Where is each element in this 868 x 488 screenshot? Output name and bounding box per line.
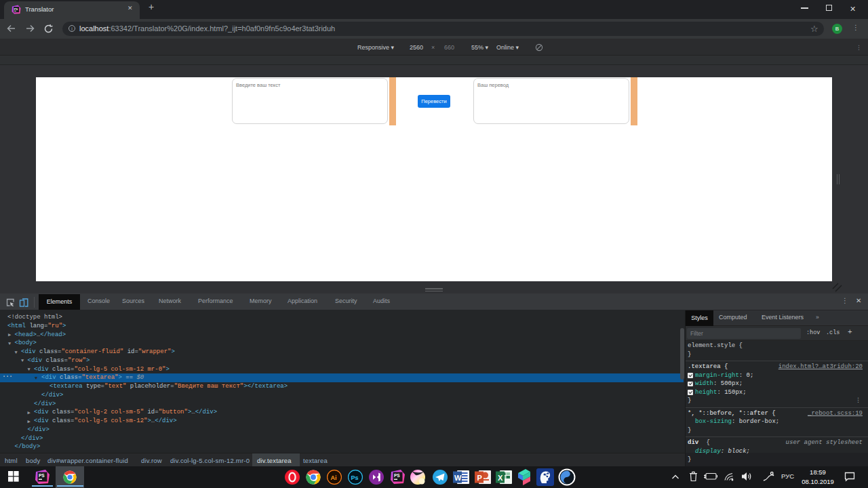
svg-text:PS: PS — [394, 473, 400, 478]
svg-text:Ps: Ps — [351, 474, 359, 481]
svg-text:PS: PS — [14, 7, 18, 11]
svg-text:X: X — [498, 474, 503, 482]
svg-text:W: W — [454, 474, 462, 482]
svg-text:PS: PS — [39, 473, 45, 478]
svg-text:P: P — [477, 474, 482, 482]
svg-text:Ai: Ai — [331, 474, 337, 481]
